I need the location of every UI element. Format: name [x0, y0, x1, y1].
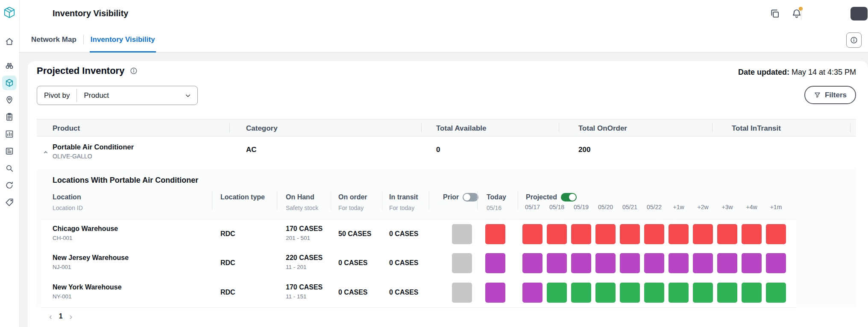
status-cell-red[interactable] — [485, 224, 505, 244]
col-total-onorder[interactable]: Total OnOrder — [578, 124, 627, 133]
today-cell-slot — [485, 224, 505, 244]
col-category[interactable]: Category — [246, 124, 278, 133]
tab-network-map[interactable]: Network Map — [30, 27, 77, 52]
status-cell-green[interactable] — [547, 283, 567, 303]
sidebar-item-insights[interactable] — [2, 58, 17, 73]
status-cell-gray[interactable] — [452, 253, 472, 273]
status-cell-green[interactable] — [595, 283, 616, 303]
pivot-by-select[interactable]: Pivot by Product — [37, 86, 198, 105]
status-cell-red[interactable] — [669, 224, 689, 244]
status-cell-red[interactable] — [766, 224, 786, 244]
sidebar-item-locations[interactable] — [2, 93, 17, 107]
status-cell-purple[interactable] — [485, 283, 505, 303]
status-cell-purple[interactable] — [742, 253, 762, 273]
location-row-chicago[interactable]: Chicago Warehouse CH-001 RDC 170 CASES 2… — [41, 219, 796, 249]
loc-col-onhand[interactable]: On Hand — [286, 193, 314, 201]
col-product[interactable]: Product — [53, 124, 80, 133]
current-page[interactable]: 1 — [59, 312, 63, 320]
tab-inventory-visibility[interactable]: Inventory Visibility — [90, 27, 156, 52]
top-header: Inventory Visibility — [19, 0, 868, 28]
col-total-available[interactable]: Total Available — [436, 124, 486, 133]
status-cell-red[interactable] — [522, 224, 542, 244]
status-cell-purple[interactable] — [485, 253, 505, 273]
heading-info-button[interactable] — [129, 67, 138, 75]
column-separator — [382, 191, 382, 210]
column-separator — [331, 191, 331, 210]
status-cell-purple[interactable] — [522, 253, 542, 273]
magnifier-icon — [5, 164, 14, 173]
refresh-circle-icon — [5, 181, 14, 190]
projected-toggle[interactable] — [561, 193, 577, 201]
profile-button[interactable] — [850, 7, 868, 20]
col-total-intransit[interactable]: Total InTransit — [732, 124, 781, 133]
next-page-button[interactable]: › — [70, 312, 73, 321]
status-cell-purple[interactable] — [620, 253, 640, 273]
date-label: 05/22 — [644, 204, 664, 210]
status-cell-green[interactable] — [717, 283, 737, 303]
status-cell-green[interactable] — [571, 283, 591, 303]
prior-cell-slot — [452, 283, 472, 303]
on-order-value: 0 CASES — [338, 259, 367, 267]
status-cell-purple[interactable] — [571, 253, 591, 273]
location-row-new-york[interactable]: New York Warehouse NY-001 RDC 170 CASES … — [41, 278, 796, 308]
sidebar-item-home[interactable] — [2, 34, 17, 49]
location-row-new-jersey[interactable]: New Jersey Warehouse NJ-001 RDC 220 CASE… — [41, 248, 796, 278]
status-cell-gray[interactable] — [452, 283, 472, 303]
status-cell-purple[interactable] — [595, 253, 616, 273]
status-cell-red[interactable] — [547, 224, 567, 244]
loc-col-intransit[interactable]: In transit — [389, 193, 418, 201]
status-cell-purple[interactable] — [669, 253, 689, 273]
status-cell-purple[interactable] — [547, 253, 567, 273]
status-cell-purple[interactable] — [522, 283, 542, 303]
column-separator — [850, 123, 850, 132]
product-table-header: Product Category Total Available Total O… — [37, 119, 856, 137]
loc-col-onorder[interactable]: On order — [338, 193, 367, 201]
sidebar-item-reports[interactable] — [2, 144, 17, 158]
status-cell-green[interactable] — [644, 283, 664, 303]
status-cell-purple[interactable] — [693, 253, 713, 273]
status-cell-green[interactable] — [669, 283, 689, 303]
location-pin-icon — [5, 95, 14, 105]
status-cell-gray[interactable] — [452, 224, 472, 244]
date-updated-label: Date updated: — [738, 68, 789, 76]
status-cell-green[interactable] — [766, 283, 786, 303]
content-panel: Projected Inventory Date updated: May 14… — [28, 61, 868, 327]
status-cell-red[interactable] — [620, 224, 640, 244]
page-info-button[interactable] — [846, 32, 862, 48]
status-cell-purple[interactable] — [766, 253, 786, 273]
date-updated: Date updated: May 14 at 4:35 PM — [738, 68, 856, 77]
status-cell-red[interactable] — [693, 224, 713, 244]
status-cell-red[interactable] — [571, 224, 591, 244]
package-icon — [5, 78, 14, 88]
sidebar-item-tags[interactable] — [2, 195, 17, 210]
sidebar-item-orders[interactable] — [2, 110, 17, 124]
date-label: +1m — [766, 204, 786, 210]
status-cell-red[interactable] — [717, 224, 737, 244]
prev-page-button[interactable]: ‹ — [49, 312, 52, 321]
tab-divider — [83, 35, 84, 44]
status-cell-red[interactable] — [742, 224, 762, 244]
today-date: 05/16 — [487, 204, 501, 211]
projected-cells — [522, 224, 786, 244]
status-cell-red[interactable] — [595, 224, 616, 244]
status-cell-purple[interactable] — [717, 253, 737, 273]
filter-funnel-icon — [814, 91, 821, 99]
status-cell-green[interactable] — [693, 283, 713, 303]
sidebar-item-sustainability[interactable] — [2, 178, 17, 193]
loc-col-type[interactable]: Location type — [220, 193, 265, 201]
collapse-row-button[interactable] — [41, 148, 50, 157]
copy-button[interactable] — [769, 8, 780, 19]
status-cell-green[interactable] — [742, 283, 762, 303]
status-cell-purple[interactable] — [644, 253, 664, 273]
app-root: Inventory Visibility Network Map Invento… — [0, 0, 868, 327]
sidebar-item-inventory[interactable] — [2, 76, 17, 90]
product-name[interactable]: Portable Air Conditioner — [53, 143, 134, 151]
prior-toggle[interactable] — [463, 193, 478, 201]
app-logo-icon[interactable] — [2, 5, 17, 20]
status-cell-green[interactable] — [620, 283, 640, 303]
status-cell-red[interactable] — [644, 224, 664, 244]
filters-button[interactable]: Filters — [804, 86, 856, 104]
sidebar-item-search[interactable] — [2, 161, 17, 175]
sidebar-item-analytics[interactable] — [2, 127, 17, 141]
loc-col-location[interactable]: Location — [53, 193, 81, 201]
